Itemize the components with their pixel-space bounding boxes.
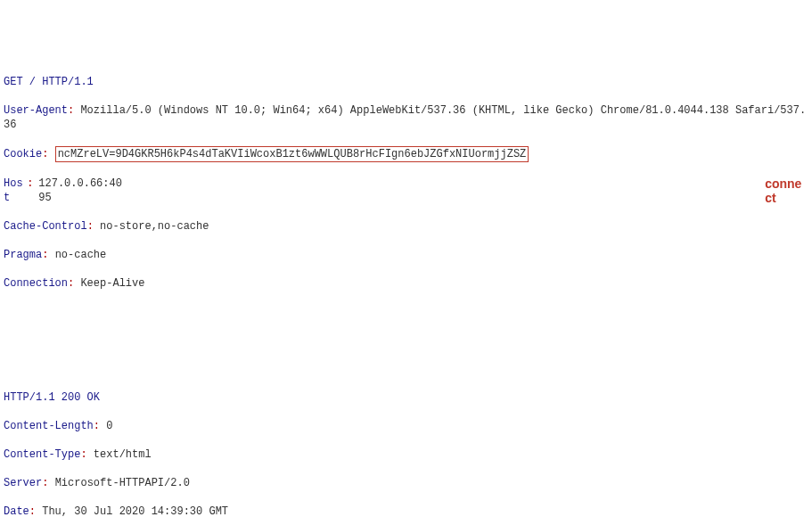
- header-key: Cookie: [4, 148, 42, 160]
- header-key: Content-Type: [4, 448, 80, 461]
- http-response-1: HTTP/1.1 200 OK Content-Length: 0 Conten…: [4, 376, 808, 517]
- header-value: text/html: [94, 448, 152, 461]
- header-key: Server: [4, 477, 42, 489]
- header-value: no-store,no-cache: [100, 220, 209, 233]
- status-line: HTTP/1.1 200 OK: [4, 390, 808, 405]
- header-key: Host: [4, 176, 27, 205]
- header-value: Keep-Alive: [80, 277, 144, 290]
- header-value: Mozilla/5.0 (Windows NT 10.0; Win64; x64…: [4, 104, 806, 131]
- header-key: Connection: [4, 277, 68, 290]
- header-value: no-cache: [55, 249, 107, 261]
- header-key: Date: [4, 505, 29, 517]
- header-key: Content-Length: [4, 420, 94, 432]
- header-value: Thu, 30 Jul 2020 14:39:30 GMT: [42, 505, 228, 517]
- cookie-box-1: ncMZreLV=9D4GKR5H6kP4s4dTaKVIiWcoxB1zt6w…: [55, 146, 529, 162]
- header-value: 127.0.0.66:4095: [38, 176, 126, 205]
- request-line: GET / HTTP/1.1: [4, 76, 94, 88]
- header-key: User-Agent: [4, 104, 68, 117]
- header-key: Pragma: [4, 249, 42, 261]
- annotation-connect: connect: [765, 176, 808, 205]
- header-value: 0: [106, 420, 112, 432]
- http-request-1: GET / HTTP/1.1 User-Agent: Mozilla/5.0 (…: [4, 61, 808, 305]
- header-value: Microsoft-HTTPAPI/2.0: [55, 477, 190, 489]
- header-key: Cache-Control: [4, 220, 87, 233]
